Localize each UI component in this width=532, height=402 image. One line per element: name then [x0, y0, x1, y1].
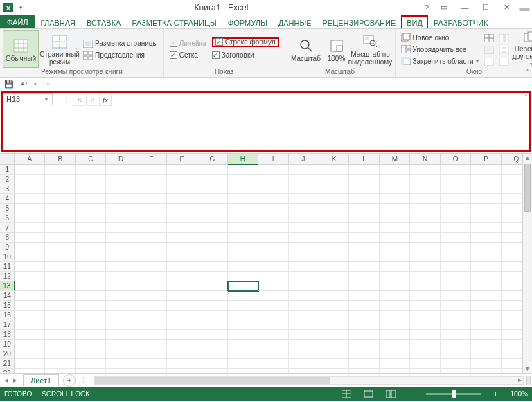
- checkbox-gridlines[interactable]: ✓Сетка: [170, 51, 206, 60]
- cell[interactable]: [471, 301, 502, 311]
- cell[interactable]: [441, 311, 471, 320]
- cell[interactable]: [136, 175, 167, 184]
- cell[interactable]: [167, 291, 197, 301]
- cell[interactable]: [15, 311, 45, 320]
- column-header[interactable]: O: [441, 154, 471, 164]
- cell[interactable]: [197, 330, 228, 340]
- cell[interactable]: [289, 320, 319, 330]
- cell[interactable]: [45, 272, 76, 281]
- cell[interactable]: [410, 165, 441, 175]
- cell[interactable]: [136, 165, 167, 175]
- cell[interactable]: [15, 291, 45, 301]
- cell[interactable]: [136, 243, 167, 252]
- cell[interactable]: [167, 252, 197, 262]
- cell[interactable]: [136, 330, 167, 340]
- cell[interactable]: [15, 213, 45, 223]
- cell[interactable]: [289, 330, 319, 340]
- cell[interactable]: [197, 272, 228, 281]
- cell[interactable]: [441, 165, 471, 175]
- cell[interactable]: [197, 184, 228, 194]
- cell[interactable]: [319, 330, 350, 340]
- cell[interactable]: [380, 320, 410, 330]
- cell[interactable]: [349, 262, 380, 272]
- cell[interactable]: [441, 223, 471, 233]
- cell[interactable]: [410, 204, 441, 213]
- zoom-slider[interactable]: [426, 393, 481, 395]
- cell[interactable]: [380, 223, 410, 233]
- cell[interactable]: [76, 291, 106, 301]
- cell[interactable]: [380, 175, 410, 184]
- cell[interactable]: [441, 272, 471, 281]
- cell[interactable]: [380, 301, 410, 311]
- tab-insert[interactable]: ВСТАВКА: [81, 15, 126, 28]
- cell[interactable]: [410, 330, 441, 340]
- cell[interactable]: [76, 340, 106, 349]
- cell[interactable]: [349, 359, 380, 369]
- cell[interactable]: [106, 165, 136, 175]
- cell[interactable]: [45, 369, 76, 373]
- cell[interactable]: [258, 330, 289, 340]
- collapse-ribbon-icon[interactable]: ˄: [526, 69, 529, 76]
- minimize-button[interactable]: —: [454, 3, 475, 12]
- cell[interactable]: [167, 369, 197, 373]
- new-window-button[interactable]: ✦Новое окно: [401, 33, 479, 42]
- cell[interactable]: [349, 320, 380, 330]
- cell[interactable]: [380, 359, 410, 369]
- cell[interactable]: [441, 262, 471, 272]
- zoom-out-button[interactable]: −: [407, 390, 416, 398]
- cell[interactable]: [410, 369, 441, 373]
- cell[interactable]: [289, 223, 319, 233]
- view-page-break-button[interactable]: Страничный режим: [39, 30, 80, 68]
- cell[interactable]: [167, 165, 197, 175]
- cell[interactable]: [136, 340, 167, 349]
- column-header[interactable]: F: [167, 154, 197, 164]
- cell[interactable]: [471, 281, 502, 291]
- cell[interactable]: [15, 272, 45, 281]
- cell[interactable]: [319, 311, 350, 320]
- column-header[interactable]: J: [289, 154, 319, 164]
- cell[interactable]: [228, 223, 258, 233]
- cell[interactable]: [289, 204, 319, 213]
- tab-page-layout[interactable]: РАЗМЕТКА СТРАНИЦЫ: [126, 15, 222, 28]
- cell[interactable]: [45, 213, 76, 223]
- cell[interactable]: [289, 194, 319, 204]
- row-header[interactable]: 21: [0, 359, 15, 369]
- cell[interactable]: [136, 272, 167, 281]
- worksheet-grid[interactable]: ABCDEFGHIJKLMNOPQ 1234567891011121314151…: [0, 154, 532, 373]
- cell[interactable]: [228, 369, 258, 373]
- cell[interactable]: [197, 320, 228, 330]
- horizontal-scrollbar[interactable]: ◂ ▸: [94, 376, 524, 385]
- row-header[interactable]: 6: [0, 213, 15, 223]
- column-header[interactable]: K: [319, 154, 350, 164]
- cell[interactable]: [410, 184, 441, 194]
- cell[interactable]: [289, 340, 319, 349]
- cell[interactable]: [167, 213, 197, 223]
- cell[interactable]: [167, 223, 197, 233]
- view-custom-views-button[interactable]: Представления: [83, 51, 158, 60]
- row-header[interactable]: 4: [0, 194, 15, 204]
- cell[interactable]: [76, 320, 106, 330]
- cell[interactable]: [441, 175, 471, 184]
- cell[interactable]: [319, 340, 350, 349]
- column-header[interactable]: L: [349, 154, 380, 164]
- cell[interactable]: [136, 194, 167, 204]
- column-header[interactable]: A: [15, 154, 45, 164]
- cell[interactable]: [136, 349, 167, 359]
- cell[interactable]: [106, 272, 136, 281]
- zoom-slider-knob[interactable]: [452, 390, 456, 398]
- cell[interactable]: [380, 291, 410, 301]
- cell[interactable]: [471, 194, 502, 204]
- cell[interactable]: [471, 233, 502, 243]
- cell[interactable]: [15, 301, 45, 311]
- cell[interactable]: [197, 340, 228, 349]
- cell[interactable]: [289, 359, 319, 369]
- column-header[interactable]: B: [45, 154, 76, 164]
- cell[interactable]: [319, 184, 350, 194]
- cell[interactable]: [471, 291, 502, 301]
- column-header[interactable]: P: [471, 154, 502, 164]
- cell[interactable]: [349, 330, 380, 340]
- cell[interactable]: [106, 175, 136, 184]
- cell[interactable]: [136, 233, 167, 243]
- cell[interactable]: [258, 165, 289, 175]
- cell[interactable]: [471, 213, 502, 223]
